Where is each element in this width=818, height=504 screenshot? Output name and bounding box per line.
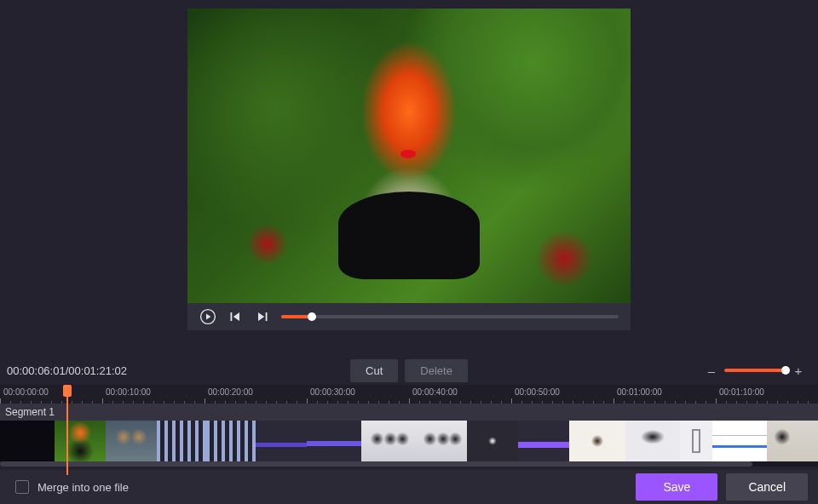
segment-label: Segment 1 bbox=[0, 404, 818, 421]
preview-image bbox=[187, 9, 631, 303]
ruler-label: 00:00:50:00 bbox=[515, 387, 560, 397]
playback-controls bbox=[187, 303, 631, 330]
delete-button[interactable]: Delete bbox=[405, 359, 468, 382]
thumbnail[interactable] bbox=[0, 421, 55, 461]
prev-frame-icon[interactable] bbox=[227, 308, 244, 325]
thumbnail[interactable] bbox=[467, 421, 518, 461]
svg-rect-2 bbox=[266, 312, 268, 321]
thumbnail[interactable] bbox=[569, 421, 625, 461]
zoom-slider[interactable] bbox=[724, 369, 786, 372]
thumbnail[interactable] bbox=[361, 421, 414, 461]
thumbnail[interactable] bbox=[157, 421, 206, 461]
svg-rect-1 bbox=[231, 312, 233, 321]
timecode-display: 00:00:06:01/00:01:21:02 bbox=[5, 364, 127, 377]
video-frame[interactable] bbox=[187, 9, 631, 303]
thumbnail[interactable] bbox=[625, 421, 680, 461]
thumbnail[interactable] bbox=[206, 421, 256, 461]
playback-slider[interactable] bbox=[281, 315, 619, 318]
scrollbar-thumb[interactable] bbox=[0, 461, 752, 467]
video-preview bbox=[187, 9, 631, 330]
edit-toolbar: 00:00:06:01/00:01:21:02 Cut Delete – + bbox=[0, 356, 818, 385]
zoom-thumb[interactable] bbox=[781, 366, 790, 375]
ruler-label: 00:00:10:00 bbox=[106, 387, 151, 397]
zoom-in-button[interactable]: + bbox=[794, 364, 803, 378]
save-button[interactable]: Save bbox=[636, 473, 717, 501]
play-icon[interactable] bbox=[199, 308, 216, 325]
playback-thumb[interactable] bbox=[308, 312, 316, 321]
thumbnail[interactable] bbox=[256, 421, 307, 461]
thumbnail[interactable] bbox=[518, 421, 569, 461]
preview-area bbox=[0, 0, 818, 352]
thumbnail[interactable] bbox=[106, 421, 157, 461]
playhead[interactable] bbox=[63, 385, 72, 397]
cut-button[interactable]: Cut bbox=[350, 359, 398, 382]
zoom-out-button[interactable]: – bbox=[707, 364, 716, 378]
thumbnail[interactable] bbox=[680, 421, 712, 461]
thumbnail[interactable] bbox=[307, 421, 361, 461]
ruler-label: 00:01:10:00 bbox=[719, 387, 764, 397]
ruler-label: 00:00:20:00 bbox=[208, 387, 253, 397]
bottom-bar: Merge into one file Save Cancel bbox=[0, 470, 818, 504]
ruler-label: 00:00:00:00 bbox=[3, 387, 49, 397]
ruler-label: 00:00:30:00 bbox=[310, 387, 355, 397]
zoom-controls: – + bbox=[707, 364, 813, 378]
ruler-label: 00:00:40:00 bbox=[412, 387, 458, 397]
thumbnail[interactable] bbox=[712, 421, 767, 461]
thumbnail[interactable] bbox=[414, 421, 467, 461]
thumbnail-strip[interactable] bbox=[0, 421, 818, 461]
thumbnail[interactable] bbox=[767, 421, 818, 461]
thumbnail[interactable] bbox=[55, 421, 106, 461]
thumbnail-scrollbar[interactable] bbox=[0, 461, 818, 467]
ruler-label: 00:01:00:00 bbox=[617, 387, 662, 397]
next-frame-icon[interactable] bbox=[254, 308, 271, 325]
cancel-button[interactable]: Cancel bbox=[726, 473, 808, 501]
merge-checkbox[interactable] bbox=[15, 480, 29, 494]
timeline-ruler[interactable]: 00:00:00:0000:00:10:0000:00:20:0000:00:3… bbox=[0, 385, 818, 404]
merge-checkbox-label: Merge into one file bbox=[37, 481, 129, 494]
